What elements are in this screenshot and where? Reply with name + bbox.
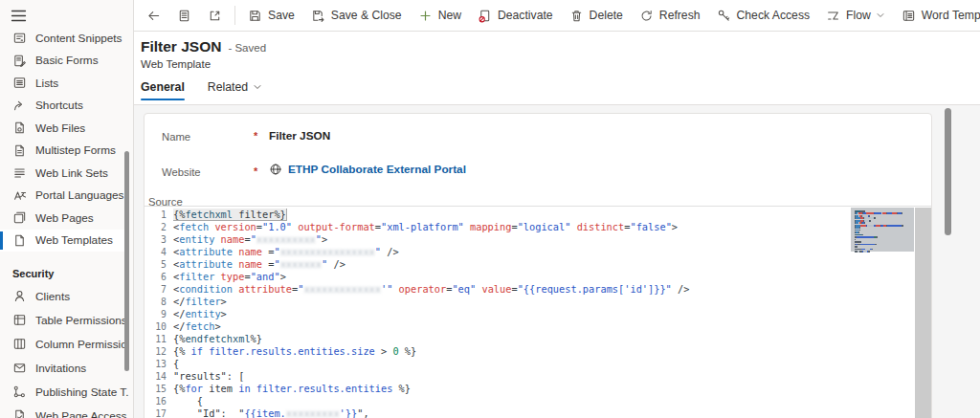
sidebar-item-shortcuts[interactable]: Shortcuts — [0, 95, 129, 118]
code-line-6[interactable]: 6<filter type="and"> — [145, 271, 851, 283]
popout-button[interactable] — [200, 3, 230, 28]
code-line-12[interactable]: 12{% if filter.results.entities.size > 0… — [145, 345, 851, 358]
line-text: {%endfetchxml%} — [173, 333, 851, 345]
new-button[interactable]: New — [411, 3, 469, 28]
sidebar-item-basic-forms[interactable]: Basic Forms — [0, 50, 129, 73]
form-summary-button[interactable] — [169, 3, 199, 28]
line-text: </fetch> — [173, 320, 851, 333]
sidebar-nav: Content Snippets Basic Forms Lists Short… — [0, 27, 129, 252]
code-line-10[interactable]: 10</fetch> — [145, 320, 851, 333]
editor-minimap[interactable] — [851, 208, 914, 418]
tab-general[interactable]: General — [141, 80, 185, 100]
sidebar-item-lists[interactable]: Lists — [0, 72, 129, 95]
globe-icon — [269, 163, 282, 176]
delete-button[interactable]: Delete — [562, 3, 631, 28]
sidebar-item-multistep-forms[interactable]: Multistep Forms — [0, 140, 129, 163]
command-label: Check Access — [737, 9, 811, 22]
line-text: <entity name="xxxxxxxxxx"> — [173, 233, 851, 246]
line-number: 2 — [145, 221, 173, 233]
name-field-value[interactable]: Filter JSON — [269, 129, 330, 143]
source-code-editor[interactable]: 1{%fetchxml filter%}2<fetch version="1.0… — [145, 206, 931, 418]
line-number: 16 — [145, 395, 173, 407]
code-line-11[interactable]: 11{%endfetchxml%} — [145, 333, 851, 345]
website-lookup-link[interactable]: ETHP Collaborate External Portal — [269, 163, 466, 176]
sidebar-item-publishing-state-t[interactable]: Publishing State T... — [0, 380, 129, 404]
code-line-13[interactable]: 13{ — [145, 358, 851, 370]
sidebar-item-invitations[interactable]: Invitations — [0, 356, 129, 380]
sitemap-sidebar: Content Snippets Basic Forms Lists Short… — [0, 0, 134, 418]
sidebar-item-column-permissio[interactable]: Column Permissio... — [0, 332, 129, 356]
code-line-8[interactable]: 8</filter> — [145, 296, 851, 308]
sidebar-section-security: Security — [0, 262, 129, 284]
sidebar-item-label: Invitations — [35, 362, 86, 375]
sidebar-item-label: Web Files — [35, 121, 85, 135]
sidebar-item-web-files[interactable]: Web Files — [0, 117, 129, 140]
sidebar-scrollbar-thumb[interactable] — [124, 151, 129, 371]
command-label: Refresh — [659, 9, 701, 22]
line-number: 14 — [145, 370, 173, 383]
deactivate-button[interactable]: Deactivate — [470, 3, 561, 28]
code-line-7[interactable]: 7<condition attribute="xxxxxxxxxxxxx'" o… — [145, 283, 851, 296]
name-field-label: Name — [162, 131, 190, 143]
sidebar-item-label: Web Templates — [35, 233, 113, 247]
code-line-16[interactable]: 16 { — [145, 395, 851, 407]
line-number: 1 — [145, 209, 173, 221]
sidebar-item-label: Column Permissio... — [35, 338, 129, 351]
check-access-button[interactable]: Check Access — [709, 3, 818, 28]
sidebar-item-table-permissions[interactable]: Table Permissions — [0, 308, 129, 332]
minimap-code — [855, 210, 912, 253]
code-line-14[interactable]: 14"results": [ — [145, 370, 851, 383]
sidebar-item-label: Web Page Access ... — [35, 409, 129, 418]
sidebar-item-web-templates[interactable]: Web Templates — [0, 230, 129, 253]
line-text: {% if filter.results.entities.size > 0 %… — [173, 345, 851, 358]
line-number: 11 — [145, 333, 173, 345]
word-templates-button[interactable]: Word Templates — [894, 3, 980, 28]
code-line-1[interactable]: 1{%fetchxml filter%} — [145, 209, 851, 221]
entity-type-label: Web Template — [141, 58, 980, 70]
line-text: <attribute name ="xxxxxxxxxxxxxxxx" /> — [173, 246, 851, 258]
sidebar-item-label: Web Link Sets — [35, 166, 108, 180]
page-title: Filter JSON — [141, 38, 221, 55]
tab-related[interactable]: Related — [208, 80, 262, 100]
sidebar-item-portal-languages[interactable]: Portal Languages — [0, 185, 129, 208]
command-label: Delete — [590, 9, 623, 22]
sidebar-item-web-link-sets[interactable]: Web Link Sets — [0, 162, 129, 185]
line-number: 17 — [145, 407, 173, 418]
line-number: 10 — [145, 320, 173, 333]
line-number: 6 — [145, 271, 173, 283]
chevron-down-icon — [876, 11, 885, 20]
line-number: 12 — [145, 345, 173, 358]
website-link-text: ETHP Collaborate External Portal — [288, 163, 466, 176]
save-button[interactable]: Save — [240, 3, 302, 28]
required-marker: * — [254, 130, 257, 142]
line-text: {%fetchxml filter%} — [173, 209, 851, 221]
sidebar-item-label: Content Snippets — [35, 32, 122, 45]
code-line-2[interactable]: 2<fetch version="1.0" output-format="xml… — [145, 221, 851, 233]
code-line-17[interactable]: 17 "Id": "{{item.xxxxxxxxx'}}", — [145, 407, 851, 418]
line-text: <attribute name ="xxxxxxx" /> — [173, 258, 851, 271]
save-and-close-button[interactable]: Save & Close — [303, 3, 410, 28]
code-lines[interactable]: 1{%fetchxml filter%}2<fetch version="1.0… — [145, 209, 851, 418]
refresh-button[interactable]: Refresh — [632, 3, 708, 28]
sidebar-security-group: Security Clients Table Permissions Colum… — [0, 252, 129, 418]
code-line-9[interactable]: 9</entity> — [145, 308, 851, 320]
flow-button[interactable]: Flow — [818, 3, 893, 28]
sidebar-item-label: Shortcuts — [35, 99, 83, 112]
code-line-4[interactable]: 4<attribute name ="xxxxxxxxxxxxxxxx" /> — [145, 246, 851, 258]
sidebar-item-clients[interactable]: Clients — [0, 284, 129, 308]
sidebar-item-content-snippets[interactable]: Content Snippets — [0, 27, 129, 50]
sidebar-item-label: Publishing State T... — [35, 385, 129, 399]
hamburger-menu-icon[interactable] — [11, 8, 28, 23]
line-text: <filter type="and"> — [173, 271, 851, 283]
back-button[interactable] — [139, 3, 168, 28]
sidebar-item-web-page-access[interactable]: Web Page Access ... — [0, 404, 129, 418]
editor-scrollbar-track[interactable] — [915, 208, 931, 418]
code-line-15[interactable]: 15{%for item in filter.results.entities … — [145, 383, 851, 395]
code-line-3[interactable]: 3<entity name="xxxxxxxxxx"> — [145, 233, 851, 246]
record-header: Filter JSON - Saved Web Template General… — [134, 32, 980, 105]
command-label: Flow — [846, 9, 871, 22]
page-scrollbar-thumb[interactable] — [945, 108, 951, 235]
sidebar-item-web-pages[interactable]: Web Pages — [0, 207, 129, 230]
sidebar-item-label: Multistep Forms — [35, 143, 116, 157]
code-line-5[interactable]: 5<attribute name ="xxxxxxx" /> — [145, 258, 851, 271]
